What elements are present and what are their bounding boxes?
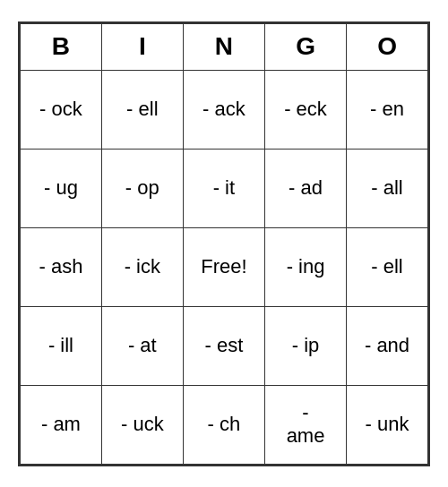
bingo-card: B I N G O - ock- ell- ack- eck- en- ug- … (18, 21, 430, 466)
cell-r4-c3: - ame (265, 385, 347, 464)
cell-r1-c2: - it (183, 149, 264, 227)
cell-r3-c3: - ip (265, 306, 347, 385)
table-row: - am- uck- ch- ame- unk (21, 385, 428, 464)
cell-r4-c4: - unk (347, 385, 428, 464)
cell-r1-c0: - ug (21, 149, 102, 227)
cell-r0-c4: - en (347, 70, 428, 149)
header-row: B I N G O (21, 23, 428, 70)
cell-r0-c1: - ell (101, 70, 183, 149)
cell-r0-c0: - ock (21, 70, 102, 149)
cell-r3-c4: - and (347, 306, 428, 385)
table-row: - ock- ell- ack- eck- en (21, 70, 428, 149)
header-o: O (347, 23, 428, 70)
cell-r1-c3: - ad (265, 149, 347, 227)
cell-r3-c0: - ill (21, 306, 102, 385)
cell-r1-c4: - all (347, 149, 428, 227)
cell-r2-c4: - ell (347, 227, 428, 306)
cell-r2-c0: - ash (21, 227, 102, 306)
cell-r4-c2: - ch (183, 385, 264, 464)
cell-r0-c2: - ack (183, 70, 264, 149)
cell-r3-c1: - at (101, 306, 183, 385)
bingo-table: B I N G O - ock- ell- ack- eck- en- ug- … (20, 23, 428, 465)
header-b: B (21, 23, 102, 70)
header-i: I (101, 23, 183, 70)
cell-r4-c0: - am (21, 385, 102, 464)
header-n: N (183, 23, 264, 70)
cell-r3-c2: - est (183, 306, 264, 385)
cell-r2-c2: Free! (183, 227, 264, 306)
table-row: - ill- at- est- ip- and (21, 306, 428, 385)
cell-r4-c1: - uck (101, 385, 183, 464)
cell-r2-c3: - ing (265, 227, 347, 306)
cell-r1-c1: - op (101, 149, 183, 227)
cell-r0-c3: - eck (265, 70, 347, 149)
table-row: - ash- ickFree!- ing- ell (21, 227, 428, 306)
cell-r2-c1: - ick (101, 227, 183, 306)
table-row: - ug- op- it- ad- all (21, 149, 428, 227)
header-g: G (265, 23, 347, 70)
